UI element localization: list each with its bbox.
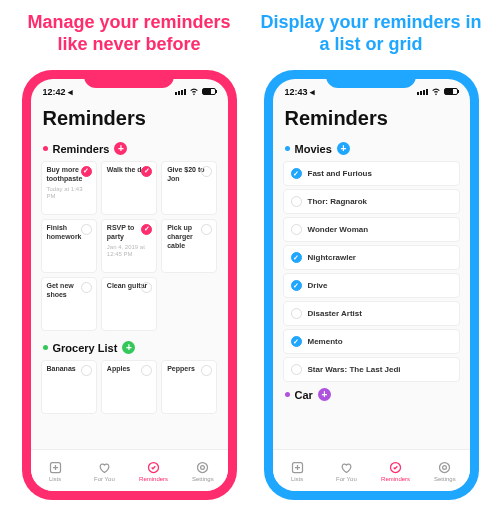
reminders-grid: Buy more toothpasteToday at 1:43 PM Walk… xyxy=(41,161,218,331)
section-title: Movies xyxy=(295,143,332,155)
reminder-card[interactable]: Pick up charger cable xyxy=(161,219,217,273)
section-header-car[interactable]: Car + xyxy=(285,388,460,401)
section-dot xyxy=(285,392,290,397)
wifi-icon xyxy=(431,86,441,98)
section-title: Reminders xyxy=(53,143,110,155)
check-icon[interactable] xyxy=(141,282,152,293)
tab-for-you[interactable]: For You xyxy=(80,450,129,491)
reminder-card[interactable]: Buy more toothpasteToday at 1:43 PM xyxy=(41,161,97,215)
list-item[interactable]: Thor: Ragnarok xyxy=(283,189,460,214)
section-dot xyxy=(43,146,48,151)
promo-left: Manage your reminders like never before … xyxy=(18,10,240,504)
check-icon[interactable] xyxy=(291,364,302,375)
tab-bar: Lists For You Reminders Settings xyxy=(273,449,470,491)
reminder-card[interactable]: Give $20 to Jon xyxy=(161,161,217,215)
content-left[interactable]: Reminders + Buy more toothpasteToday at … xyxy=(31,140,228,450)
add-reminder-button[interactable]: + xyxy=(122,341,135,354)
battery-icon xyxy=(444,88,458,95)
add-reminder-button[interactable]: + xyxy=(337,142,350,155)
signal-icon xyxy=(417,89,428,95)
reminder-card[interactable]: Walk the dog xyxy=(101,161,157,215)
list-item[interactable]: Star Wars: The Last Jedi xyxy=(283,357,460,382)
check-icon[interactable] xyxy=(201,365,212,376)
section-dot xyxy=(43,345,48,350)
check-icon[interactable] xyxy=(291,196,302,207)
tab-reminders[interactable]: Reminders xyxy=(129,450,178,491)
list-item[interactable]: Drive xyxy=(283,273,460,298)
list-item[interactable]: Nightcrawler xyxy=(283,245,460,270)
promo-right: Display your reminders in a list or grid… xyxy=(260,10,482,504)
add-reminder-button[interactable]: + xyxy=(318,388,331,401)
reminder-card[interactable]: Finish homework xyxy=(41,219,97,273)
notch xyxy=(84,70,174,88)
section-header-grocery[interactable]: Grocery List + xyxy=(43,341,218,354)
check-icon[interactable] xyxy=(81,224,92,235)
list-item[interactable]: Wonder Woman xyxy=(283,217,460,242)
reminder-card[interactable]: Apples xyxy=(101,360,157,414)
notch xyxy=(326,70,416,88)
section-title: Grocery List xyxy=(53,342,118,354)
status-time: 12:43 ◂ xyxy=(285,87,316,97)
grocery-grid: Bananas Apples Peppers xyxy=(41,360,218,414)
reminder-card[interactable]: Bananas xyxy=(41,360,97,414)
section-header-reminders[interactable]: Reminders + xyxy=(43,142,218,155)
list-item[interactable]: Memento xyxy=(283,329,460,354)
tab-lists[interactable]: Lists xyxy=(273,450,322,491)
check-icon[interactable] xyxy=(141,166,152,177)
signal-icon xyxy=(175,89,186,95)
tab-for-you[interactable]: For You xyxy=(322,450,371,491)
check-icon[interactable] xyxy=(291,308,302,319)
reminder-card[interactable]: RSVP to partyJan 4, 2019 at 12:45 PM xyxy=(101,219,157,273)
battery-icon xyxy=(202,88,216,95)
list-item[interactable]: Fast and Furious xyxy=(283,161,460,186)
svg-point-6 xyxy=(443,465,447,469)
tab-settings[interactable]: Settings xyxy=(178,450,227,491)
content-right[interactable]: Movies + Fast and Furious Thor: Ragnarok… xyxy=(273,140,470,450)
phone-frame-right: 12:43 ◂ Reminders Movies + Fast and Furi… xyxy=(264,70,479,500)
list-item[interactable]: Disaster Artist xyxy=(283,301,460,326)
svg-point-7 xyxy=(440,462,450,472)
svg-point-3 xyxy=(198,462,208,472)
phone-frame-left: 12:42 ◂ Reminders Reminders + xyxy=(22,70,237,500)
section-title: Car xyxy=(295,389,313,401)
svg-point-2 xyxy=(201,465,205,469)
add-reminder-button[interactable]: + xyxy=(114,142,127,155)
headline-left: Manage your reminders like never before xyxy=(18,10,240,56)
check-icon[interactable] xyxy=(291,168,302,179)
tab-settings[interactable]: Settings xyxy=(420,450,469,491)
wifi-icon xyxy=(189,86,199,98)
reminder-card[interactable]: Peppers xyxy=(161,360,217,414)
check-icon[interactable] xyxy=(81,282,92,293)
screen-right: 12:43 ◂ Reminders Movies + Fast and Furi… xyxy=(273,79,470,491)
page-title: Reminders xyxy=(273,99,470,140)
reminder-card[interactable]: Get new shoes xyxy=(41,277,97,331)
tab-bar: Lists For You Reminders Settings xyxy=(31,449,228,491)
reminder-card[interactable]: Clean guitar xyxy=(101,277,157,331)
page-title: Reminders xyxy=(31,99,228,140)
tab-lists[interactable]: Lists xyxy=(31,450,80,491)
section-dot xyxy=(285,146,290,151)
check-icon[interactable] xyxy=(81,365,92,376)
headline-right: Display your reminders in a list or grid xyxy=(260,10,482,56)
status-time: 12:42 ◂ xyxy=(43,87,74,97)
movies-list: Fast and Furious Thor: Ragnarok Wonder W… xyxy=(283,161,460,382)
check-icon[interactable] xyxy=(291,252,302,263)
check-icon[interactable] xyxy=(291,224,302,235)
check-icon[interactable] xyxy=(81,166,92,177)
section-header-movies[interactable]: Movies + xyxy=(285,142,460,155)
tab-reminders[interactable]: Reminders xyxy=(371,450,420,491)
check-icon[interactable] xyxy=(291,336,302,347)
screen-left: 12:42 ◂ Reminders Reminders + xyxy=(31,79,228,491)
check-icon[interactable] xyxy=(141,365,152,376)
check-icon[interactable] xyxy=(291,280,302,291)
